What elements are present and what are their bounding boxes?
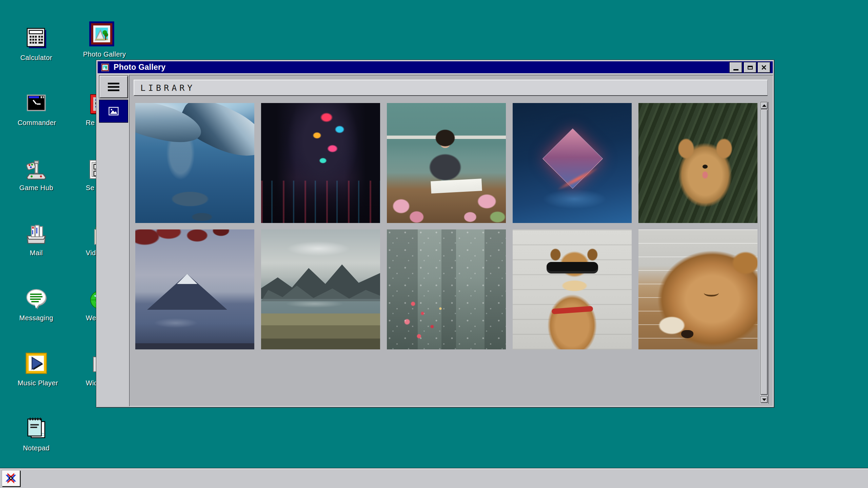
taskbar: 321 λ# 8:05 PM [0,468,868,488]
close-icon [761,65,767,70]
menu-button[interactable] [99,75,128,98]
window-titlebar[interactable]: Photo Gallery [98,61,773,73]
library-header: LIBRARY [140,83,195,93]
desktop-icon-game-hub[interactable]: Game Hub [18,155,55,192]
photo-thumbnail-rainy-window[interactable] [387,229,506,349]
minimize-icon [733,69,738,70]
window-title: Photo Gallery [114,63,165,72]
desktop-icon-mail[interactable]: Mail [18,220,55,257]
photo-thumbnail-glass-cube[interactable] [513,103,632,223]
desktop: Calculator Commander Game Hub Mail Messa… [0,0,868,488]
scroll-down-button[interactable] [761,396,768,403]
photo-thumbnail-retriever-ivy[interactable] [638,103,757,223]
desktop-icon-commander[interactable]: Commander [18,89,55,127]
desktop-icon-music-player[interactable]: Music Player [18,350,55,387]
library-panel: LIBRARY [129,75,773,406]
photo-thumbnail-sunglasses-dog[interactable] [513,229,632,349]
hamburger-icon [108,83,119,91]
desktop-icon-messaging[interactable]: Messaging [18,285,55,322]
photo-thumbnail-neon-street[interactable] [261,103,380,223]
photo-thumbnail-mount-fuji[interactable] [135,229,254,349]
play-icon [23,350,50,377]
photo-gallery-window: Photo Gallery LIBRARY [96,60,774,408]
joystick-icon [23,155,50,182]
desktop-icon-notepad[interactable]: Notepad [18,415,55,452]
photos-icon [107,105,120,117]
calculator-icon [23,25,50,52]
terminal-icon [23,92,50,117]
desktop-icon-calculator[interactable]: Calculator [18,24,55,62]
mail-icon [23,220,50,247]
desktop-icon-label: Game Hub [18,184,55,192]
framed-photo-icon [101,63,110,72]
scroll-up-button[interactable] [761,102,768,109]
framed-photo-icon [87,20,116,48]
desktop-icon-label: Messaging [18,314,55,322]
vertical-scrollbar[interactable] [760,102,769,404]
photo-thumbnail-mountain-lake[interactable] [261,229,380,349]
maximize-icon [748,66,753,69]
desktop-icon-label: Commander [18,119,55,127]
photo-thumbnail-dolphins[interactable] [135,103,254,223]
notepad-icon [23,415,50,442]
desktop-icon-label: Photo Gallery [83,50,120,58]
close-button[interactable] [757,62,770,73]
desktop-icon-label: Calculator [18,54,55,62]
arrow-down-icon [762,399,766,401]
desktop-icon-label: Music Player [18,379,55,387]
start-button[interactable] [2,470,20,486]
scrollbar-thumb[interactable] [761,109,768,395]
window-sidebar [98,75,129,406]
maximize-button[interactable] [744,62,756,73]
photo-thumbnail-flower-shop[interactable] [387,103,506,223]
desktop-icon-label: Mail [18,249,55,257]
sidebar-item-photos[interactable] [99,100,128,123]
speech-bubble-icon [23,285,50,312]
desktop-icon-label: Notepad [18,444,55,452]
arrow-up-icon [762,104,766,107]
desktop-icon-photo-gallery[interactable]: Photo Gallery [83,21,120,58]
start-logo-icon [4,471,18,485]
library-header-bar: LIBRARY [134,80,768,96]
minimize-button[interactable] [729,62,742,73]
photo-thumbnail-sleeping-shiba[interactable] [638,229,757,349]
